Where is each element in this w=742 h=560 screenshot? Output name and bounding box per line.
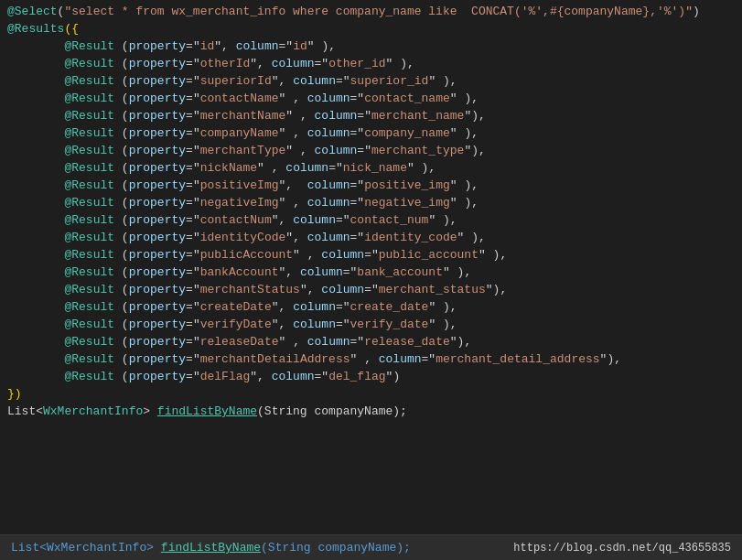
footer-bar: List<WxMerchantInfo> findListByName(Stri… xyxy=(0,534,742,560)
code-line-8: @Result (property="companyName" , column… xyxy=(0,125,742,143)
annotation-results: @Results xyxy=(7,22,64,36)
code-line-14: @Result (property="identityCode", column… xyxy=(0,230,742,247)
code-line-19: @Result (property="verifyDate", column="… xyxy=(0,317,742,334)
annotation-select: @Select xyxy=(7,5,58,18)
footer-method-info: List<WxMerchantInfo> findListByName(Stri… xyxy=(11,541,411,555)
code-editor: @Select("select * from wx_merchant_info … xyxy=(0,0,742,560)
code-line-3: @Result (property="id", column="id" ), xyxy=(0,38,742,56)
code-line-21: @Result (property="merchantDetailAddress… xyxy=(0,351,742,369)
code-line-17: @Result (property="merchantStatus", colu… xyxy=(0,282,742,299)
code-line-4: @Result (property="otherId", column="oth… xyxy=(0,56,742,73)
code-line-20: @Result (property="releaseDate" , column… xyxy=(0,334,742,351)
code-line-23: }) xyxy=(0,386,742,404)
code-line-22: @Result (property="delFlag", column="del… xyxy=(0,369,742,386)
footer-url: https://blog.csdn.net/qq_43655835 xyxy=(513,542,731,555)
footer-method-link[interactable]: findListByName xyxy=(161,541,261,555)
code-line-9: @Result (property="merchantType" , colum… xyxy=(0,143,742,160)
footer-type: List<WxMerchantInfo> xyxy=(11,541,161,555)
code-line-1: @Select("select * from wx_merchant_info … xyxy=(0,4,742,21)
code-line-7: @Result (property="merchantName" , colum… xyxy=(0,108,742,125)
code-line-6: @Result (property="contactName" , column… xyxy=(0,91,742,108)
code-line-13: @Result (property="contactNum", column="… xyxy=(0,212,742,230)
code-line-5: @Result (property="superiorId", column="… xyxy=(0,73,742,91)
code-line-11: @Result (property="positiveImg", column=… xyxy=(0,178,742,195)
footer-params: (String companyName); xyxy=(261,541,411,555)
code-line-2: @Results({ xyxy=(0,21,742,38)
code-line-18: @Result (property="createDate", column="… xyxy=(0,299,742,317)
code-line-15: @Result (property="publicAccount" , colu… xyxy=(0,247,742,264)
code-line-24: List<WxMerchantInfo> findListByName(Stri… xyxy=(0,404,742,421)
code-line-10: @Result (property="nickName" , column="n… xyxy=(0,160,742,178)
code-line-16: @Result (property="bankAccount", column=… xyxy=(0,264,742,282)
code-line-12: @Result (property="negativeImg" , column… xyxy=(0,195,742,212)
